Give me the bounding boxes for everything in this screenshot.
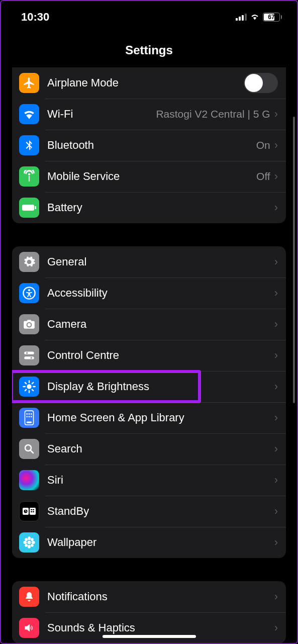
notifications-label: Notifications [47, 590, 274, 603]
display-brightness-label: Display & Brightness [47, 380, 274, 393]
airplane-toggle[interactable] [244, 73, 278, 93]
chevron-icon: › [274, 590, 278, 603]
row-bluetooth[interactable]: Bluetooth On › [12, 130, 286, 161]
svg-point-22 [29, 416, 30, 417]
home-screen-label: Home Screen & App Library [47, 411, 274, 424]
standby-icon [19, 501, 39, 521]
chevron-icon: › [274, 170, 278, 183]
svg-point-36 [28, 545, 31, 548]
row-sounds-haptics[interactable]: Sounds & Haptics › [12, 612, 286, 643]
wifi-value: Rastogi V2 Central | 5 G [156, 108, 270, 120]
svg-line-26 [31, 450, 33, 453]
sounds-icon [19, 618, 39, 638]
svg-point-23 [31, 416, 32, 417]
chevron-icon: › [274, 108, 278, 121]
row-general[interactable]: General › [12, 246, 286, 278]
battery-indicator: 67 [263, 13, 282, 22]
brightness-icon [19, 377, 39, 397]
page-title: Settings [1, 43, 297, 57]
siri-label: Siri [47, 474, 274, 487]
chevron-icon: › [274, 621, 278, 634]
camera-icon [19, 314, 39, 334]
svg-rect-32 [31, 511, 32, 512]
row-standby[interactable]: StandBy › [12, 496, 286, 527]
airplane-label: Airplane Mode [47, 76, 244, 89]
wallpaper-icon [19, 532, 39, 553]
cellular-signal-icon [236, 14, 247, 21]
svg-rect-0 [22, 205, 34, 211]
chevron-icon: › [274, 442, 278, 455]
svg-point-40 [31, 538, 34, 541]
siri-icon [19, 470, 39, 490]
row-siri[interactable]: Siri › [12, 465, 286, 496]
svg-rect-24 [27, 422, 32, 423]
svg-rect-30 [31, 509, 32, 510]
svg-point-18 [26, 413, 28, 415]
chevron-icon: › [274, 318, 278, 331]
camera-label: Camera [47, 318, 274, 331]
svg-point-34 [28, 541, 31, 544]
battery-icon [19, 198, 39, 218]
svg-line-13 [25, 383, 26, 384]
row-control-centre[interactable]: Control Centre › [12, 340, 286, 371]
svg-point-19 [29, 413, 30, 415]
row-accessibility[interactable]: Accessibility › [12, 278, 286, 309]
control-centre-label: Control Centre [47, 349, 274, 362]
scroll-indicator[interactable] [293, 117, 295, 403]
chevron-icon: › [274, 380, 278, 393]
chevron-icon: › [274, 287, 278, 300]
row-home-screen[interactable]: Home Screen & App Library › [12, 402, 286, 433]
accessibility-icon [19, 283, 39, 303]
chevron-icon: › [274, 201, 278, 214]
wifi-icon [19, 104, 39, 124]
mobile-value: Off [256, 170, 270, 182]
svg-point-3 [28, 289, 30, 291]
settings-group-general: General › Accessibility › Camera › Contr… [12, 246, 286, 558]
control-centre-icon [19, 345, 39, 365]
settings-group-connectivity: Airplane Mode Wi-Fi Rastogi V2 Central |… [12, 67, 286, 223]
status-time: 10:30 [21, 11, 49, 24]
svg-rect-6 [24, 356, 34, 359]
chevron-icon: › [274, 255, 278, 268]
svg-line-14 [32, 390, 33, 391]
battery-label: Battery [47, 201, 274, 214]
svg-point-8 [27, 384, 31, 389]
row-notifications[interactable]: Notifications › [12, 581, 286, 612]
home-indicator[interactable] [103, 635, 196, 638]
svg-point-7 [31, 357, 32, 358]
row-search[interactable]: Search › [12, 433, 286, 465]
standby-label: StandBy [47, 505, 274, 518]
general-label: General [47, 255, 274, 268]
svg-point-42 [31, 544, 34, 547]
chevron-icon: › [274, 139, 278, 152]
airplane-icon [19, 73, 39, 93]
bluetooth-icon [19, 135, 39, 155]
row-wifi[interactable]: Wi-Fi Rastogi V2 Central | 5 G › [12, 99, 286, 130]
svg-point-5 [26, 352, 28, 354]
settings-group-notifications: Notifications › Sounds & Haptics › [12, 581, 286, 643]
svg-rect-31 [33, 509, 34, 510]
accessibility-label: Accessibility [47, 287, 274, 300]
bluetooth-value: On [256, 139, 270, 151]
antenna-icon [19, 166, 39, 187]
wifi-signal-icon [250, 12, 260, 22]
gear-icon [19, 252, 39, 272]
row-wallpaper[interactable]: Wallpaper › [12, 527, 286, 558]
row-camera[interactable]: Camera › [12, 309, 286, 340]
row-airplane-mode[interactable]: Airplane Mode [12, 67, 286, 99]
row-mobile-service[interactable]: Mobile Service Off › [12, 161, 286, 192]
chevron-icon: › [274, 349, 278, 362]
row-battery[interactable]: Battery › [12, 192, 286, 223]
svg-rect-33 [33, 511, 34, 512]
svg-rect-4 [24, 351, 34, 354]
row-display-brightness[interactable]: Display & Brightness › [12, 371, 286, 402]
svg-point-39 [25, 538, 28, 541]
chevron-icon: › [274, 411, 278, 424]
svg-point-35 [28, 536, 31, 540]
notifications-icon [19, 587, 39, 607]
chevron-icon: › [274, 536, 278, 549]
svg-line-16 [32, 383, 33, 384]
status-bar: 10:30 67 [1, 1, 297, 31]
chevron-icon: › [274, 474, 278, 487]
mobile-label: Mobile Service [47, 170, 256, 183]
